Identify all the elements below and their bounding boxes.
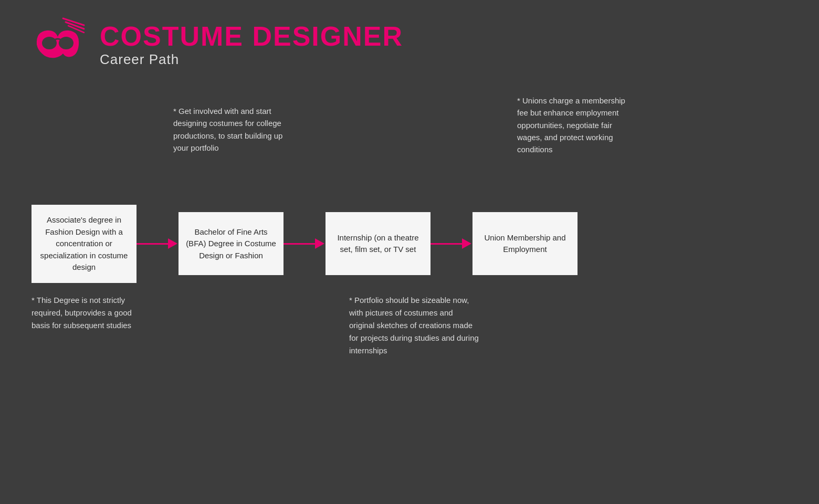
note-portfolio-bottom: * Portfolio should be sizeable now, with… — [349, 294, 480, 357]
box-internship: Internship (on a theatre set, film set, … — [326, 212, 430, 275]
svg-point-4 — [59, 37, 74, 49]
career-path-row: Associate's degree in Fashion Design wit… — [32, 205, 788, 283]
box-union: Union Membership and Employment — [472, 212, 578, 275]
title-block: COSTUME DESIGNER Career Path — [100, 22, 403, 68]
box-union-text: Union Membership and Employment — [480, 232, 570, 256]
note-bfa-top: * Get involved with and start designing … — [173, 105, 294, 154]
box-bfa: Bachelor of Fine Arts (BFA) Degree in Co… — [178, 212, 284, 275]
flow-area: * Get involved with and start designing … — [0, 89, 819, 504]
mask-icon — [32, 16, 89, 74]
svg-point-3 — [42, 37, 57, 49]
box-bfa-text: Bachelor of Fine Arts (BFA) Degree in Co… — [186, 226, 276, 262]
page-title-main: COSTUME DESIGNER — [100, 22, 403, 51]
box-associate: Associate's degree in Fashion Design wit… — [32, 205, 136, 283]
note-union-top: * Unions charge a membership fee but enh… — [517, 94, 638, 155]
page-title-sub: Career Path — [100, 51, 403, 68]
note-assoc-bottom: * This Degree is not strictly required, … — [32, 294, 152, 332]
box-associate-text: Associate's degree in Fashion Design wit… — [39, 214, 129, 274]
page-header: COSTUME DESIGNER Career Path — [0, 0, 819, 84]
box-internship-text: Internship (on a theatre set, film set, … — [333, 232, 423, 256]
